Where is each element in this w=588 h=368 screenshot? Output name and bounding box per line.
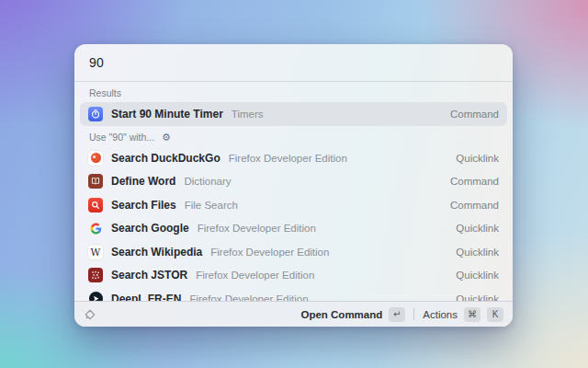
search-bar[interactable]: 90 xyxy=(74,44,513,81)
duckduckgo-icon xyxy=(88,151,103,166)
list-item-deepl-fr-en[interactable]: DeepL FR-EN Firefox Developer Edition Qu… xyxy=(80,287,507,302)
wikipedia-icon: W xyxy=(88,245,103,259)
item-subtitle: Timers xyxy=(232,109,442,120)
results-section-label: Results xyxy=(89,87,498,98)
use-with-section-label: Use "90" with... ⚙ xyxy=(89,132,498,143)
item-type-badge: Quicklink xyxy=(456,270,499,281)
open-command-button[interactable]: Open Command xyxy=(300,309,382,320)
item-title: Search Files xyxy=(111,199,176,212)
item-title: Define Word xyxy=(111,175,175,188)
command-keycap: ⌘ xyxy=(464,307,481,322)
item-title: Search DuckDuckGo xyxy=(111,152,220,165)
item-subtitle: Dictionary xyxy=(184,176,441,187)
timer-icon xyxy=(88,107,103,121)
list-item-start-90-minute-timer[interactable]: Start 90 Minute Timer Timers Command xyxy=(80,102,507,126)
footer-divider xyxy=(413,308,414,320)
k-keycap: K xyxy=(487,307,503,322)
raycast-launcher-window: 90 Results Start 90 Minute Timer Timers … xyxy=(74,44,513,327)
item-subtitle: Firefox Developer Edition xyxy=(196,270,447,281)
list-item-search-files[interactable]: Search Files File Search Command xyxy=(80,193,507,217)
item-type-badge: Quicklink xyxy=(456,247,499,258)
item-title: Search Google xyxy=(111,222,189,235)
item-type-badge: Quicklink xyxy=(456,153,499,164)
item-type-badge: Quicklink xyxy=(456,223,499,234)
list-item-define-word[interactable]: Define Word Dictionary Command xyxy=(80,170,507,194)
item-type-badge: Command xyxy=(450,176,499,187)
item-type-badge: Command xyxy=(450,200,499,211)
list-item-search-google[interactable]: Search Google Firefox Developer Edition … xyxy=(80,217,507,241)
actions-button[interactable]: Actions xyxy=(423,309,458,320)
results-list: Results Start 90 Minute Timer Timers Com… xyxy=(74,82,513,302)
return-keycap: ↵ xyxy=(389,307,405,322)
jstor-icon xyxy=(88,268,103,282)
item-type-badge: Command xyxy=(450,109,499,120)
item-title: Start 90 Minute Timer xyxy=(111,108,223,121)
item-title: Search JSTOR xyxy=(111,269,187,282)
search-input[interactable]: 90 xyxy=(89,55,498,70)
raycast-logo-icon xyxy=(84,308,96,321)
gear-icon[interactable]: ⚙ xyxy=(162,132,171,143)
results-section-label-text: Results xyxy=(89,87,121,98)
dictionary-icon xyxy=(88,174,103,189)
item-subtitle: Firefox Developer Edition xyxy=(198,223,448,234)
list-item-search-jstor[interactable]: Search JSTOR Firefox Developer Edition Q… xyxy=(80,264,507,288)
item-title: Search Wikipedia xyxy=(111,246,202,259)
google-icon xyxy=(88,221,103,236)
item-subtitle: Firefox Developer Edition xyxy=(229,153,448,164)
file-search-icon xyxy=(88,198,103,213)
footer-bar: Open Command ↵ Actions ⌘ K xyxy=(74,301,513,327)
item-subtitle: File Search xyxy=(185,200,442,211)
list-item-search-wikipedia[interactable]: W Search Wikipedia Firefox Developer Edi… xyxy=(80,240,507,264)
use-with-section-label-text: Use "90" with... xyxy=(89,132,154,143)
item-subtitle: Firefox Developer Edition xyxy=(210,247,447,258)
list-item-search-duckduckgo[interactable]: Search DuckDuckGo Firefox Developer Edit… xyxy=(80,146,507,170)
